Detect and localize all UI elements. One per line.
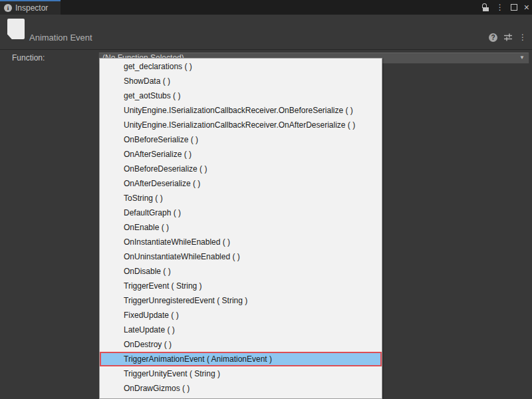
unlock-icon[interactable] xyxy=(482,3,489,11)
maximize-icon[interactable] xyxy=(511,4,517,11)
list-item[interactable]: TriggerUnityEvent ( String ) xyxy=(100,366,382,381)
list-item[interactable]: UnityEngine.ISerializationCallbackReceiv… xyxy=(100,103,382,118)
list-item[interactable]: TriggerUnregisteredEvent ( String ) xyxy=(100,293,382,308)
titlebar: i Inspector ⋮ × xyxy=(0,0,532,15)
list-item[interactable]: OnBeforeDeserialize ( ) xyxy=(100,162,382,176)
list-item-selected[interactable]: TriggerAnimationEvent ( AnimationEvent ) xyxy=(100,352,382,366)
list-item[interactable]: OnDrawGizmos ( ) xyxy=(100,381,382,396)
lock-body xyxy=(483,7,489,11)
presets-icon[interactable] xyxy=(503,33,513,42)
close-icon[interactable]: × xyxy=(524,3,529,12)
document-icon xyxy=(7,19,25,39)
component-header: Animation Event ? ⋮ xyxy=(0,15,532,50)
list-item[interactable]: DefaultGraph ( ) xyxy=(100,205,382,220)
list-item[interactable]: OnDestroy ( ) xyxy=(100,337,382,352)
list-item[interactable]: OnEnable ( ) xyxy=(100,220,382,235)
titlebar-kebab-icon[interactable]: ⋮ xyxy=(496,3,504,11)
list-item[interactable]: ShowData ( ) xyxy=(100,74,382,88)
list-item[interactable]: OnBeforeSerialize ( ) xyxy=(100,132,382,147)
function-label: Function: xyxy=(12,53,45,63)
list-item[interactable]: OnDisable ( ) xyxy=(100,264,382,279)
list-item[interactable]: OnInstantiateWhileEnabled ( ) xyxy=(100,235,382,249)
chevron-down-icon: ▼ xyxy=(519,55,525,61)
list-item[interactable]: OnAfterSerialize ( ) xyxy=(100,147,382,162)
list-item[interactable]: FixedUpdate ( ) xyxy=(100,308,382,323)
header-kebab-icon[interactable]: ⋮ xyxy=(519,33,527,41)
list-item[interactable]: TriggerEvent ( String ) xyxy=(100,279,382,293)
list-item[interactable]: OnAfterDeserialize ( ) xyxy=(100,176,382,191)
component-title: Animation Event xyxy=(29,33,92,43)
list-item[interactable]: UnityEngine.ISerializationCallbackReceiv… xyxy=(100,118,382,132)
list-item[interactable]: get_aotStubs ( ) xyxy=(100,88,382,103)
tab-label: Inspector xyxy=(15,3,48,13)
tab-inspector[interactable]: i Inspector xyxy=(0,0,61,15)
function-dropdown-list: get_declarations ( )ShowData ( )get_aotS… xyxy=(99,58,382,399)
list-item[interactable]: ToString ( ) xyxy=(100,191,382,205)
help-icon[interactable]: ? xyxy=(489,33,497,42)
list-item[interactable]: get_declarations ( ) xyxy=(100,59,382,74)
info-icon: i xyxy=(4,4,12,12)
list-item[interactable]: LateUpdate ( ) xyxy=(100,323,382,337)
list-item[interactable]: OnUninstantiateWhileEnabled ( ) xyxy=(100,249,382,264)
